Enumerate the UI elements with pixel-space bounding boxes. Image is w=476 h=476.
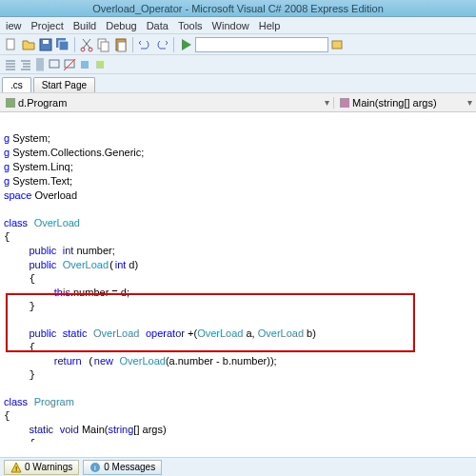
outdent-icon[interactable] bbox=[19, 58, 32, 71]
run-icon[interactable] bbox=[178, 37, 193, 52]
warnings-label: 0 Warnings bbox=[25, 462, 72, 472]
class-label: d.Program bbox=[18, 97, 67, 109]
highlight-box bbox=[6, 293, 415, 352]
undo-icon[interactable] bbox=[137, 37, 152, 52]
tab-cs-file[interactable]: .cs bbox=[2, 77, 31, 92]
menu-bar: iew Project Build Debug Data Tools Windo… bbox=[0, 17, 476, 34]
menu-project[interactable]: Project bbox=[31, 20, 64, 31]
redo-icon[interactable] bbox=[154, 37, 169, 52]
messages-label: 0 Messages bbox=[104, 462, 155, 472]
uncomment-icon[interactable] bbox=[63, 58, 76, 71]
svg-rect-15 bbox=[81, 61, 89, 69]
menu-tools[interactable]: Tools bbox=[178, 20, 203, 31]
svg-rect-12 bbox=[50, 60, 59, 68]
svg-rect-8 bbox=[101, 42, 109, 51]
saveall-icon[interactable] bbox=[55, 37, 70, 52]
open-icon[interactable] bbox=[21, 37, 36, 52]
menu-view[interactable]: iew bbox=[6, 20, 22, 31]
copy-icon[interactable] bbox=[96, 37, 111, 52]
toolbar-main bbox=[0, 34, 476, 55]
toolbar-secondary bbox=[0, 55, 476, 74]
bookmark-icon[interactable] bbox=[78, 58, 91, 71]
comment-icon[interactable] bbox=[48, 58, 61, 71]
member-selector[interactable]: Main(string[] args)▾ bbox=[333, 97, 476, 109]
code-editor[interactable]: g System; g System.Collections.Generic; … bbox=[0, 112, 476, 442]
tab-start-page[interactable]: Start Page bbox=[33, 77, 95, 92]
svg-rect-2 bbox=[43, 40, 49, 44]
menu-help[interactable]: Help bbox=[259, 20, 281, 31]
svg-rect-4 bbox=[59, 41, 69, 50]
window-title: Overload_Operator - Microsoft Visual C# … bbox=[0, 0, 476, 17]
menu-debug[interactable]: Debug bbox=[106, 20, 136, 31]
svg-rect-10 bbox=[118, 42, 126, 51]
messages-button[interactable]: i0 Messages bbox=[83, 460, 162, 475]
paste-icon[interactable] bbox=[113, 37, 129, 52]
status-bar: !0 Warnings i0 Messages bbox=[0, 457, 476, 476]
menu-build[interactable]: Build bbox=[73, 20, 96, 31]
svg-rect-16 bbox=[96, 61, 104, 69]
warnings-button[interactable]: !0 Warnings bbox=[4, 460, 79, 475]
code-nav-bar: d.Program▾ Main(string[] args)▾ bbox=[0, 93, 476, 112]
svg-rect-0 bbox=[7, 39, 14, 50]
new-icon[interactable] bbox=[4, 37, 19, 52]
indent-icon[interactable] bbox=[4, 58, 17, 71]
menu-data[interactable]: Data bbox=[147, 20, 169, 31]
class-selector[interactable]: d.Program▾ bbox=[0, 97, 333, 109]
svg-text:i: i bbox=[94, 464, 96, 472]
document-tabs: .cs Start Page bbox=[0, 74, 476, 93]
svg-rect-11 bbox=[332, 41, 342, 49]
svg-text:!: ! bbox=[15, 465, 17, 473]
find-icon[interactable] bbox=[330, 37, 346, 52]
cut-icon[interactable] bbox=[79, 37, 94, 52]
config-combo[interactable] bbox=[195, 37, 328, 52]
bookmark2-icon[interactable] bbox=[93, 58, 107, 71]
menu-window[interactable]: Window bbox=[212, 20, 249, 31]
save-icon[interactable] bbox=[38, 37, 53, 52]
svg-line-14 bbox=[64, 59, 75, 70]
member-label: Main(string[] args) bbox=[352, 97, 437, 109]
